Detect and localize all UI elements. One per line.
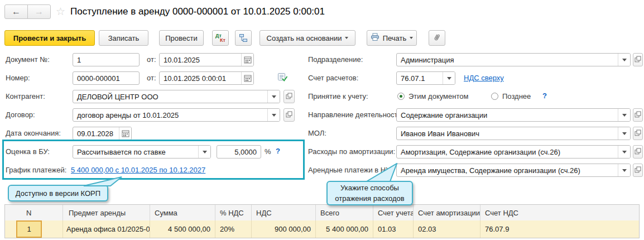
open-form-icon <box>635 111 641 119</box>
back-button[interactable]: ← <box>4 4 28 19</box>
account-combo[interactable]: 76.07.1 <box>396 71 455 85</box>
callout-tail <box>364 163 399 182</box>
attachments-button[interactable] <box>429 30 445 46</box>
chevron-down-icon[interactable] <box>618 54 630 66</box>
counterparty-label: Контрагент: <box>6 92 45 100</box>
counterparty-open-button[interactable] <box>283 90 295 103</box>
callout-tail <box>83 176 123 186</box>
calendar-icon[interactable] <box>119 127 131 140</box>
selected-cell[interactable]: 1 <box>16 220 42 238</box>
favorite-star-icon[interactable]: ☆ <box>56 5 65 18</box>
chevron-down-icon <box>345 37 348 39</box>
contract-value: договор аренды от 10.01.2025 <box>73 111 267 119</box>
schedule-label: График платежей: <box>6 166 66 174</box>
chevron-down-icon[interactable] <box>198 146 210 158</box>
cell-total[interactable]: 5 400 000,00 <box>316 220 373 238</box>
end-date-field[interactable]: 09.01.2028 <box>73 127 132 140</box>
chevron-down-icon[interactable] <box>267 109 280 121</box>
contract-open-button[interactable] <box>283 108 295 122</box>
page-title: Поступление в аренду 0000-000001 от 10.0… <box>70 6 325 17</box>
cell-sum[interactable]: 4 500 000,00 <box>150 220 215 238</box>
rent-nu-combo[interactable]: Аренда имущества, Содержание организации… <box>396 164 631 177</box>
expenses-callout: Укажите способы отражения расходов <box>326 181 413 205</box>
doc-date-from-label: от: <box>147 55 156 64</box>
activity-open-button[interactable] <box>633 108 643 122</box>
contract-combo[interactable]: договор аренды от 10.01.2025 <box>73 108 280 122</box>
depreciation-open-button[interactable] <box>633 145 643 159</box>
number-date-field[interactable]: 10.01.2025 0:00:01 <box>159 71 254 85</box>
create-based-on-button[interactable]: Создать на основании <box>259 30 355 46</box>
mol-open-button[interactable] <box>633 127 643 140</box>
forward-button[interactable]: → <box>27 4 51 19</box>
calendar-icon[interactable] <box>241 72 253 84</box>
doc-number-label: Документ №: <box>6 55 50 64</box>
back-icon: ← <box>12 7 21 17</box>
rate-help-icon[interactable]: ? <box>276 147 280 155</box>
cell-subject[interactable]: Аренда офиса 01/2025-01/2027 <box>63 220 150 238</box>
document-structure-button[interactable] <box>235 30 252 46</box>
cell-depreciation-account[interactable]: 02.03 <box>414 220 480 238</box>
number-field[interactable]: 0000-000001 <box>73 71 140 85</box>
radio-this-document[interactable] <box>397 93 405 100</box>
open-form-icon <box>286 93 292 101</box>
korp-callout-text: Доступно в версии КОРП <box>16 188 100 199</box>
rent-nu-open-button[interactable] <box>633 164 643 177</box>
col-header-n: N <box>5 205 63 220</box>
activity-label: Направление деятельности: <box>308 111 403 119</box>
col-header-subject: Предмет аренды <box>63 205 150 220</box>
save-button[interactable]: Записать <box>99 30 148 46</box>
print-label: Печать <box>383 34 407 42</box>
structure-icon <box>239 33 248 42</box>
post-button[interactable]: Провести <box>159 30 204 46</box>
open-form-icon <box>286 111 292 119</box>
rent-nu-value: Аренда имущества, Содержание организации… <box>397 166 618 175</box>
activity-combo[interactable]: Содержание организации <box>396 108 631 122</box>
department-label: Подразделение: <box>308 55 363 64</box>
chevron-down-icon[interactable] <box>618 109 630 121</box>
doc-number-value: 1 <box>73 56 139 64</box>
contract-label: Договор: <box>6 111 35 119</box>
create-based-on-label: Создать на основании <box>267 34 342 42</box>
table-row[interactable]: 1 Аренда офиса 01/2025-01/2027 4 500 000… <box>4 220 640 238</box>
chevron-down-icon[interactable] <box>618 164 630 176</box>
schedule-link[interactable]: 5 400 000,00 с 10.01.2025 по 10.12.2027 <box>71 166 205 174</box>
vat-mode-link[interactable]: НДС сверху <box>464 74 504 82</box>
cell-account[interactable]: 01.03 <box>373 220 414 238</box>
chevron-down-icon <box>410 37 413 39</box>
chevron-down-icon[interactable] <box>443 72 455 84</box>
col-header-vat-account: Счет НДС <box>480 205 639 220</box>
nav-history-group: ← → <box>4 4 51 19</box>
rate-field[interactable]: 5,0000 <box>217 145 261 159</box>
doc-date-field[interactable]: 10.01.2025 <box>159 53 254 66</box>
account-value: 76.07.1 <box>397 74 443 83</box>
department-open-button[interactable] <box>633 53 643 66</box>
col-header-sum: Сумма <box>150 205 215 220</box>
expenses-callout-line2: отражения расходов <box>335 193 404 204</box>
number-value: 0000-000001 <box>73 74 139 83</box>
department-combo[interactable]: Администрация <box>396 53 631 66</box>
dt-kt-button[interactable]: Дт Кт <box>212 30 229 46</box>
print-button[interactable]: Печать <box>367 30 417 46</box>
valuation-label: Оценка в БУ: <box>6 147 50 156</box>
chevron-down-icon[interactable] <box>267 90 280 103</box>
chevron-down-icon[interactable] <box>618 127 630 140</box>
doc-number-field[interactable]: 1 <box>73 53 140 66</box>
rate-value: 5,0000 <box>217 148 261 156</box>
calendar-icon[interactable] <box>241 54 253 66</box>
post-and-close-button[interactable]: Провести и закрыть <box>4 30 95 46</box>
document-check-icon[interactable] <box>277 73 288 84</box>
cell-vat-account[interactable]: 76.07.9 <box>480 220 639 238</box>
counterparty-combo[interactable]: ДЕЛОВОЙ ЦЕНТР ООО <box>73 90 280 103</box>
expenses-callout-line1: Укажите способы <box>340 183 399 193</box>
depreciation-combo[interactable]: Амортизация, Содержание организации (сч.… <box>396 145 631 159</box>
radio-later[interactable] <box>491 93 498 100</box>
valuation-method-combo[interactable]: Рассчитывается по ставке <box>73 145 211 159</box>
cell-n[interactable]: 1 <box>5 220 63 238</box>
chevron-down-icon[interactable] <box>618 146 630 158</box>
department-value: Администрация <box>397 56 618 64</box>
cell-vat-rate[interactable]: 20% <box>215 220 252 238</box>
mol-combo[interactable]: Иванов Иван Иванович <box>396 127 631 140</box>
radio-this-document-label: Этим документом <box>408 92 468 100</box>
acceptance-help-icon[interactable]: ? <box>542 92 547 100</box>
cell-vat[interactable]: 900 000,00 <box>252 220 316 238</box>
